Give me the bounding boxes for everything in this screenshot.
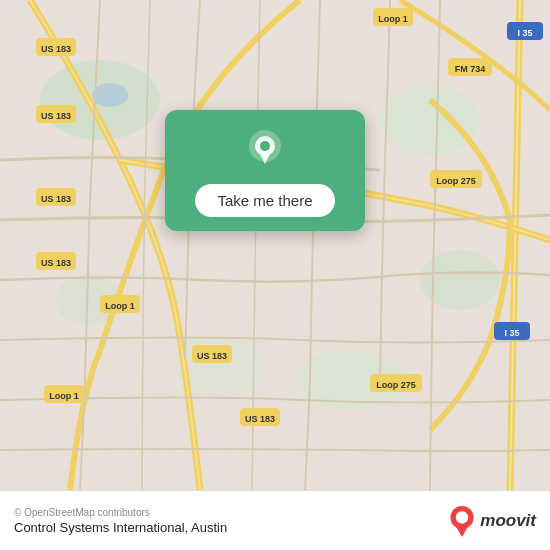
svg-text:Loop 275: Loop 275	[376, 380, 416, 390]
svg-text:FM 734: FM 734	[455, 64, 486, 74]
bottom-bar: © OpenStreetMap contributors Control Sys…	[0, 490, 550, 550]
location-pin-icon	[243, 128, 287, 172]
svg-text:Loop 275: Loop 275	[436, 176, 476, 186]
svg-text:Loop 1: Loop 1	[105, 301, 135, 311]
svg-text:Loop 1: Loop 1	[378, 14, 408, 24]
map-container: US 183 US 183 US 183 US 183 US 183 US 18…	[0, 0, 550, 490]
svg-text:I 35: I 35	[517, 28, 532, 38]
svg-text:US 183: US 183	[41, 111, 71, 121]
svg-point-40	[260, 141, 270, 151]
location-info: © OpenStreetMap contributors Control Sys…	[14, 507, 227, 535]
svg-text:US 183: US 183	[245, 414, 275, 424]
svg-text:US 183: US 183	[197, 351, 227, 361]
svg-text:US 183: US 183	[41, 44, 71, 54]
copyright-text: © OpenStreetMap contributors	[14, 507, 227, 518]
moovit-brand-text: moovit	[480, 511, 536, 531]
svg-marker-44	[456, 526, 468, 537]
svg-point-2	[380, 85, 480, 155]
location-name: Control Systems International, Austin	[14, 520, 227, 535]
moovit-logo[interactable]: moovit	[448, 505, 536, 537]
card-overlay: Take me there	[165, 110, 365, 231]
svg-text:US 183: US 183	[41, 258, 71, 268]
map-svg: US 183 US 183 US 183 US 183 US 183 US 18…	[0, 0, 550, 490]
svg-text:I 35: I 35	[504, 328, 519, 338]
take-me-there-button[interactable]: Take me there	[195, 184, 334, 217]
svg-text:US 183: US 183	[41, 194, 71, 204]
svg-point-43	[456, 511, 468, 523]
svg-point-7	[92, 83, 128, 107]
svg-text:Loop 1: Loop 1	[49, 391, 79, 401]
moovit-pin-icon	[448, 505, 476, 537]
